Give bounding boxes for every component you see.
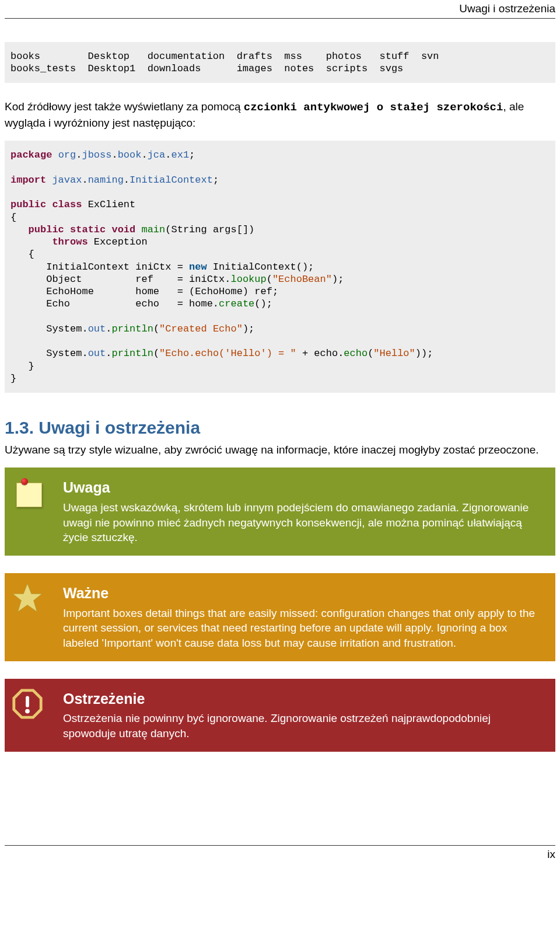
- source-intro-paragraph: Kod źródłowy jest także wyświetlany za p…: [5, 99, 555, 130]
- note-title: Uwaga: [63, 478, 545, 498]
- warning-title: Ostrzeżenie: [63, 689, 545, 709]
- note-body: Uwaga jest wskazówką, skrótem lub innym …: [63, 500, 545, 545]
- important-icon: [10, 581, 44, 615]
- mono-bold-span: czcionki antykwowej o stałej szerokości: [244, 101, 503, 114]
- warning-body: Ostrzeżenia nie powinny być ignorowane. …: [63, 711, 545, 741]
- warning-icon: [10, 687, 44, 721]
- svg-point-3: [25, 709, 30, 713]
- svg-marker-0: [13, 584, 42, 612]
- admonition-important: Ważne Important boxes detail things that…: [5, 573, 555, 661]
- ls-output-block: books Desktop documentation drafts mss p…: [5, 42, 555, 83]
- text-span: Kod źródłowy jest także wyświetlany za p…: [5, 100, 244, 113]
- admonition-warning: Ostrzeżenie Ostrzeżenia nie powinny być …: [5, 679, 555, 752]
- section-intro: Używane są trzy style wizualne, aby zwró…: [5, 442, 555, 458]
- section-title: 1.3. Uwagi i ostrzeżenia: [5, 416, 555, 440]
- important-body: Important boxes detail things that are e…: [63, 606, 545, 651]
- important-title: Ważne: [63, 584, 545, 603]
- page-header: Uwagi i ostrzeżenia: [5, 0, 555, 19]
- svg-rect-2: [26, 696, 29, 707]
- page-footer: ix: [5, 845, 555, 862]
- java-source-block: package org.jboss.book.jca.ex1; import j…: [5, 141, 555, 393]
- header-right-text: Uwagi i ostrzeżenia: [459, 2, 555, 15]
- admonition-note: Uwaga Uwaga jest wskazówką, skrótem lub …: [5, 468, 555, 556]
- note-icon: [10, 476, 44, 510]
- footer-page-number: ix: [547, 848, 555, 860]
